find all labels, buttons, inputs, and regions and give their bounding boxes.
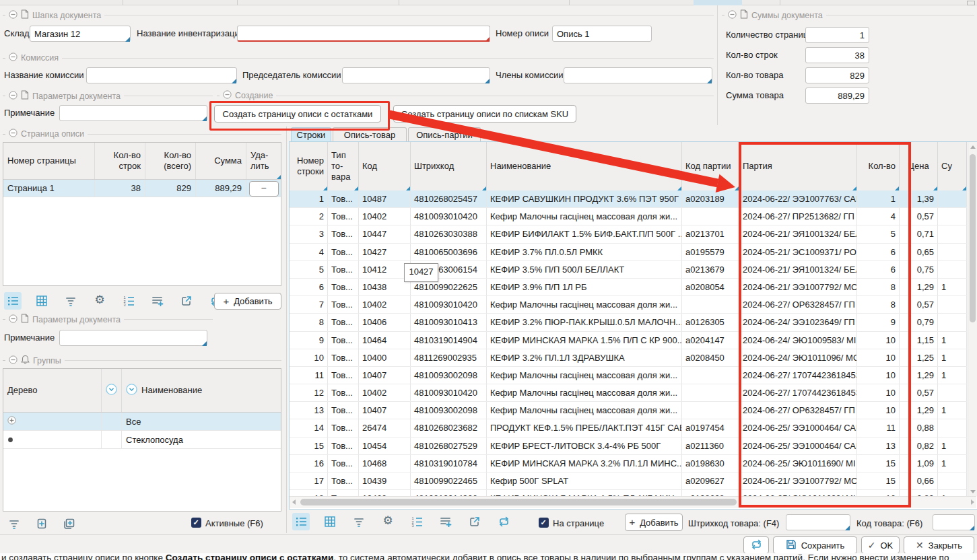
active-checkbox[interactable] [191, 518, 201, 528]
open-external-icon[interactable] [178, 292, 195, 310]
list-view-icon[interactable] [4, 292, 22, 310]
sklad-input[interactable] [30, 26, 131, 42]
column-header-10[interactable]: Су [938, 142, 967, 190]
filter-icon[interactable] [5, 515, 23, 532]
grid-view-icon[interactable] [33, 292, 50, 310]
column-header-3[interactable]: Код [359, 142, 411, 190]
column-header-name[interactable]: Наименование [122, 369, 281, 412]
on-page-label: На странице [553, 518, 604, 528]
column-header-5[interactable]: Наименование [487, 142, 682, 190]
rows-count-label: Кол-во строк [726, 47, 778, 63]
open-external-icon[interactable] [466, 513, 483, 530]
add-page-button[interactable]: + Добавить [214, 293, 281, 310]
scroll-down-icon[interactable] [970, 490, 976, 493]
scroll-right-icon[interactable] [971, 499, 974, 505]
field-corner [845, 526, 850, 530]
refresh-icon[interactable] [495, 513, 512, 530]
chleny-input[interactable] [564, 67, 712, 83]
add-pages-icon[interactable] [61, 515, 78, 532]
on-page-checkbox[interactable] [539, 518, 549, 528]
code-input[interactable] [933, 514, 975, 530]
field-corner [707, 79, 712, 83]
add-page-icon[interactable] [33, 515, 50, 532]
column-header-tree[interactable]: Дерево [3, 369, 102, 412]
column-header-rows[interactable]: Кол-во строк [95, 143, 145, 179]
opis-num-input[interactable] [552, 26, 652, 42]
scroll-up-icon[interactable] [970, 145, 976, 149]
close-button[interactable]: ✕ Закрыть [904, 536, 974, 554]
note1-input[interactable] [59, 105, 207, 121]
column-header-6[interactable]: Код партии [682, 142, 739, 190]
komissia-name-input[interactable] [86, 67, 237, 83]
collapse-icon[interactable] [9, 10, 18, 21]
column-header-total[interactable]: Кол-во (всего) [145, 143, 196, 179]
group-row-all[interactable]: Все [3, 413, 281, 431]
column-header-sum[interactable]: Сумма [196, 143, 246, 179]
column-header-delete[interactable]: Уда-лить [246, 143, 281, 179]
add-to-list-icon[interactable] [149, 292, 166, 310]
field-corner [970, 526, 974, 530]
invalid-corner [485, 37, 490, 42]
bell-icon [21, 355, 30, 366]
inv-name-label: Название инвентаризации [137, 26, 244, 42]
tree-filter-chevron[interactable] [102, 369, 122, 412]
filter-icon[interactable] [62, 292, 79, 310]
leaf-node-icon [7, 435, 13, 445]
inventory-document-window: Шапка документа Склад Название инвентари… [0, 0, 977, 560]
inv-name-input[interactable] [237, 26, 490, 42]
table-row[interactable]: Страница 1 38 829 889,29 − [3, 180, 281, 197]
delete-page-button[interactable]: − [249, 181, 279, 197]
predsedatel-input[interactable] [342, 67, 490, 83]
save-button[interactable]: Сохранить [773, 536, 857, 554]
grid-view-icon[interactable] [321, 513, 339, 530]
tab-opis-partii[interactable]: Опись-партии [408, 127, 481, 143]
pages-count-input[interactable] [805, 27, 869, 43]
komissia-name-label: Название комиссии [4, 67, 84, 83]
add-line-button[interactable]: + Добавить [625, 514, 683, 531]
scrollbar-thumb[interactable] [300, 499, 737, 505]
code-label: Код товара: (F6) [856, 518, 922, 528]
settings-icon[interactable]: ⚙ [91, 292, 108, 310]
field-corner [202, 116, 207, 121]
expand-node-icon[interactable] [7, 416, 16, 427]
filter-icon[interactable] [350, 513, 368, 530]
group-header-gruppy: Группы [3, 355, 281, 366]
refresh-icon [751, 539, 762, 552]
list-view-icon[interactable] [292, 513, 310, 530]
ok-button[interactable]: ✓ OK [861, 536, 900, 554]
goods-sum-input[interactable] [805, 88, 869, 104]
scroll-left-icon[interactable] [292, 499, 296, 505]
note1-label: Примечание [4, 105, 55, 121]
collapse-icon[interactable] [223, 90, 232, 101]
collapse-icon[interactable] [728, 10, 737, 21]
document-icon [21, 9, 29, 21]
vertical-scrollbar[interactable] [968, 142, 977, 496]
create-page-by-sku-button[interactable]: Создать страницу описи по спискам SKU [393, 105, 576, 123]
help-text-strip: и создавать страницу описи по кнопке Соз… [0, 553, 977, 560]
column-header-2[interactable]: Тип то-вара [328, 142, 359, 190]
button-label: Добавить [234, 296, 272, 306]
refresh-button[interactable] [743, 536, 769, 554]
column-header-4[interactable]: Штрихкод [411, 142, 487, 190]
column-header-1[interactable]: Номер строки [290, 142, 328, 190]
column-header-page-number[interactable]: Номер страницы [3, 143, 95, 179]
goods-count-input[interactable] [805, 67, 869, 83]
barcode-input[interactable] [786, 514, 850, 530]
add-to-list-icon[interactable] [437, 513, 454, 530]
group-header-params1: Параметры документа [3, 90, 213, 102]
group-header-shapka: Шапка документа [3, 9, 714, 21]
group-row-steklo[interactable]: Стеклопосуда [3, 431, 281, 449]
rows-count-input[interactable] [805, 47, 869, 63]
numbered-list-icon[interactable]: 123 [120, 292, 137, 310]
collapse-icon[interactable] [9, 355, 18, 366]
scrollbar-thumb[interactable] [970, 154, 976, 322]
field-corner [485, 79, 490, 83]
numbered-list-icon[interactable]: 123 [408, 513, 426, 530]
collapse-icon[interactable] [9, 129, 18, 139]
settings-icon[interactable]: ⚙ [379, 513, 397, 530]
collapse-icon[interactable] [9, 314, 18, 325]
collapse-icon[interactable] [9, 53, 18, 63]
note2-input[interactable] [59, 330, 207, 346]
collapse-icon[interactable] [9, 91, 18, 102]
top-clipped-tabs-strip [0, 0, 977, 5]
